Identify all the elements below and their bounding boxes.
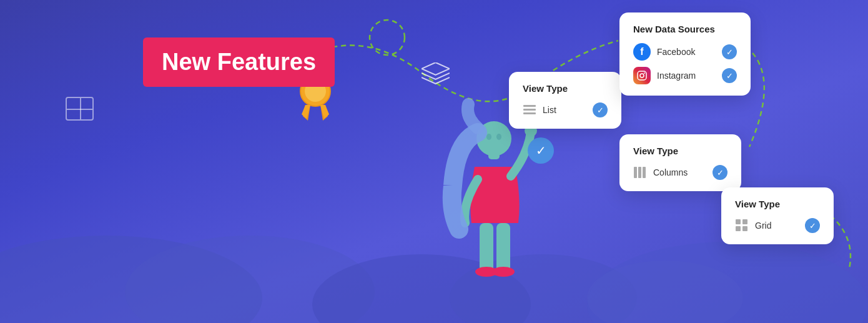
check-columns: ✓ <box>713 165 727 180</box>
svg-rect-8 <box>480 223 493 273</box>
person-check-badge: ✓ <box>528 137 554 164</box>
svg-rect-17 <box>523 105 536 107</box>
card-view-columns: View Type Columns ✓ <box>619 134 741 191</box>
new-features-badge: New Features <box>143 37 335 87</box>
svg-rect-9 <box>496 223 510 273</box>
card-view-grid-label: Grid <box>755 221 799 231</box>
instagram-label: Instagram <box>657 71 716 81</box>
instagram-icon <box>633 67 651 84</box>
card-view-columns-label: Columns <box>653 167 706 177</box>
svg-point-21 <box>640 74 644 77</box>
svg-rect-28 <box>736 226 741 231</box>
card-view-list-label: List <box>543 105 586 115</box>
svg-rect-19 <box>523 112 536 114</box>
svg-point-15 <box>486 134 491 140</box>
card-data-sources-title: New Data Sources <box>633 24 737 34</box>
facebook-icon: f <box>633 43 651 61</box>
svg-point-0 <box>370 20 405 55</box>
svg-rect-27 <box>742 219 747 224</box>
card-data-sources: New Data Sources f Facebook ✓ Instagram … <box>619 12 751 96</box>
card-view-grid-row: Grid ✓ <box>735 218 820 233</box>
card-view-grid: View Type Grid ✓ <box>721 187 834 244</box>
check-list: ✓ <box>593 102 608 117</box>
scene: New Features ✓ View Type <box>0 0 868 323</box>
new-features-label: New Features <box>162 49 316 75</box>
card-view-columns-title: View Type <box>633 146 727 156</box>
card-view-list-title: View Type <box>523 83 608 94</box>
svg-rect-18 <box>523 109 536 111</box>
svg-rect-29 <box>742 226 747 231</box>
svg-rect-20 <box>638 71 646 80</box>
svg-rect-25 <box>643 167 646 178</box>
columns-icon <box>633 166 647 179</box>
card-facebook-row: f Facebook ✓ <box>633 43 737 61</box>
card-view-list-row: List ✓ <box>523 102 608 117</box>
card-view-grid-title: View Type <box>735 199 820 209</box>
check-facebook: ✓ <box>722 44 737 59</box>
card-instagram-row: Instagram ✓ <box>633 67 737 84</box>
svg-rect-26 <box>736 219 741 224</box>
svg-point-16 <box>496 134 501 140</box>
grid-icon <box>735 219 749 232</box>
facebook-label: Facebook <box>657 47 716 57</box>
window-icon <box>66 97 94 121</box>
card-view-columns-row: Columns ✓ <box>633 165 727 180</box>
svg-point-11 <box>492 267 515 277</box>
check-grid: ✓ <box>805 218 820 233</box>
check-instagram: ✓ <box>722 68 737 83</box>
list-icon <box>523 103 536 117</box>
svg-rect-23 <box>634 167 637 178</box>
card-view-list: View Type List ✓ <box>509 72 621 129</box>
svg-rect-24 <box>638 167 641 178</box>
svg-point-22 <box>644 72 645 74</box>
